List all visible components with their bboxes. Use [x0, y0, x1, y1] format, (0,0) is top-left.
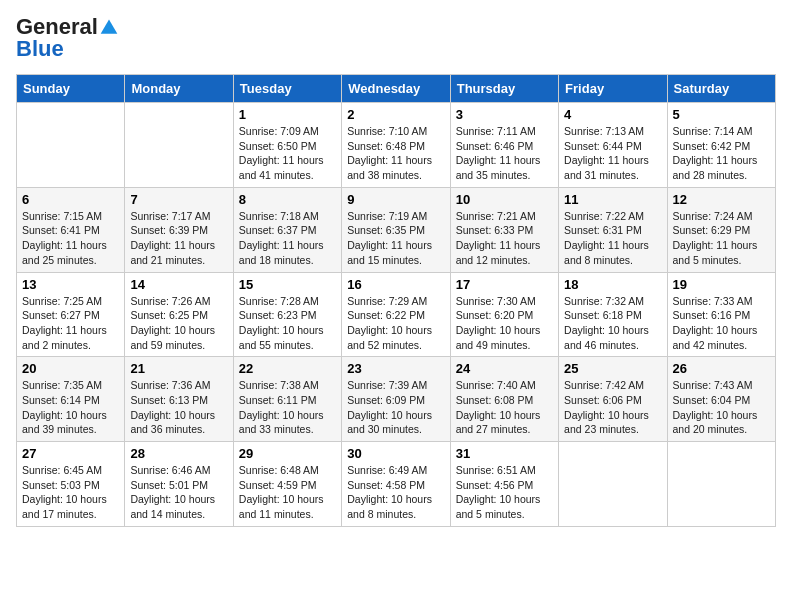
day-number: 9 [347, 192, 444, 207]
day-number: 16 [347, 277, 444, 292]
day-info: Sunrise: 7:24 AM Sunset: 6:29 PM Dayligh… [673, 209, 770, 268]
logo-triangle-icon [99, 17, 119, 37]
day-number: 27 [22, 446, 119, 461]
day-info: Sunrise: 7:33 AM Sunset: 6:16 PM Dayligh… [673, 294, 770, 353]
calendar-cell: 17Sunrise: 7:30 AM Sunset: 6:20 PM Dayli… [450, 272, 558, 357]
day-number: 13 [22, 277, 119, 292]
day-number: 3 [456, 107, 553, 122]
week-row-1: 1Sunrise: 7:09 AM Sunset: 6:50 PM Daylig… [17, 103, 776, 188]
day-number: 24 [456, 361, 553, 376]
page-header: General Blue [16, 16, 776, 62]
day-info: Sunrise: 7:29 AM Sunset: 6:22 PM Dayligh… [347, 294, 444, 353]
calendar-cell: 14Sunrise: 7:26 AM Sunset: 6:25 PM Dayli… [125, 272, 233, 357]
day-info: Sunrise: 7:14 AM Sunset: 6:42 PM Dayligh… [673, 124, 770, 183]
calendar-cell: 28Sunrise: 6:46 AM Sunset: 5:01 PM Dayli… [125, 442, 233, 527]
day-info: Sunrise: 7:40 AM Sunset: 6:08 PM Dayligh… [456, 378, 553, 437]
logo: General Blue [16, 16, 119, 62]
day-header-sunday: Sunday [17, 75, 125, 103]
logo-general-text: General [16, 16, 98, 38]
day-info: Sunrise: 7:42 AM Sunset: 6:06 PM Dayligh… [564, 378, 661, 437]
day-info: Sunrise: 7:15 AM Sunset: 6:41 PM Dayligh… [22, 209, 119, 268]
calendar-cell: 2Sunrise: 7:10 AM Sunset: 6:48 PM Daylig… [342, 103, 450, 188]
day-header-tuesday: Tuesday [233, 75, 341, 103]
day-header-monday: Monday [125, 75, 233, 103]
day-info: Sunrise: 7:38 AM Sunset: 6:11 PM Dayligh… [239, 378, 336, 437]
day-number: 20 [22, 361, 119, 376]
calendar-cell: 10Sunrise: 7:21 AM Sunset: 6:33 PM Dayli… [450, 187, 558, 272]
calendar-cell: 3Sunrise: 7:11 AM Sunset: 6:46 PM Daylig… [450, 103, 558, 188]
calendar-cell: 6Sunrise: 7:15 AM Sunset: 6:41 PM Daylig… [17, 187, 125, 272]
day-info: Sunrise: 7:25 AM Sunset: 6:27 PM Dayligh… [22, 294, 119, 353]
calendar-cell: 12Sunrise: 7:24 AM Sunset: 6:29 PM Dayli… [667, 187, 775, 272]
day-info: Sunrise: 7:11 AM Sunset: 6:46 PM Dayligh… [456, 124, 553, 183]
day-info: Sunrise: 6:48 AM Sunset: 4:59 PM Dayligh… [239, 463, 336, 522]
day-number: 29 [239, 446, 336, 461]
calendar-cell: 1Sunrise: 7:09 AM Sunset: 6:50 PM Daylig… [233, 103, 341, 188]
day-info: Sunrise: 7:39 AM Sunset: 6:09 PM Dayligh… [347, 378, 444, 437]
logo-blue-text: Blue [16, 36, 64, 62]
calendar-cell: 24Sunrise: 7:40 AM Sunset: 6:08 PM Dayli… [450, 357, 558, 442]
day-number: 5 [673, 107, 770, 122]
week-row-3: 13Sunrise: 7:25 AM Sunset: 6:27 PM Dayli… [17, 272, 776, 357]
day-info: Sunrise: 6:46 AM Sunset: 5:01 PM Dayligh… [130, 463, 227, 522]
calendar-table: SundayMondayTuesdayWednesdayThursdayFrid… [16, 74, 776, 527]
calendar-cell: 20Sunrise: 7:35 AM Sunset: 6:14 PM Dayli… [17, 357, 125, 442]
calendar-cell: 18Sunrise: 7:32 AM Sunset: 6:18 PM Dayli… [559, 272, 667, 357]
day-number: 10 [456, 192, 553, 207]
calendar-cell: 19Sunrise: 7:33 AM Sunset: 6:16 PM Dayli… [667, 272, 775, 357]
day-number: 18 [564, 277, 661, 292]
day-number: 31 [456, 446, 553, 461]
calendar-cell: 26Sunrise: 7:43 AM Sunset: 6:04 PM Dayli… [667, 357, 775, 442]
day-number: 17 [456, 277, 553, 292]
day-header-friday: Friday [559, 75, 667, 103]
day-info: Sunrise: 7:43 AM Sunset: 6:04 PM Dayligh… [673, 378, 770, 437]
day-number: 7 [130, 192, 227, 207]
calendar-cell: 15Sunrise: 7:28 AM Sunset: 6:23 PM Dayli… [233, 272, 341, 357]
day-info: Sunrise: 7:35 AM Sunset: 6:14 PM Dayligh… [22, 378, 119, 437]
week-row-4: 20Sunrise: 7:35 AM Sunset: 6:14 PM Dayli… [17, 357, 776, 442]
day-number: 21 [130, 361, 227, 376]
calendar-cell: 9Sunrise: 7:19 AM Sunset: 6:35 PM Daylig… [342, 187, 450, 272]
day-info: Sunrise: 7:26 AM Sunset: 6:25 PM Dayligh… [130, 294, 227, 353]
calendar-cell: 31Sunrise: 6:51 AM Sunset: 4:56 PM Dayli… [450, 442, 558, 527]
day-number: 28 [130, 446, 227, 461]
day-info: Sunrise: 6:49 AM Sunset: 4:58 PM Dayligh… [347, 463, 444, 522]
day-info: Sunrise: 7:13 AM Sunset: 6:44 PM Dayligh… [564, 124, 661, 183]
calendar-cell: 7Sunrise: 7:17 AM Sunset: 6:39 PM Daylig… [125, 187, 233, 272]
calendar-cell: 29Sunrise: 6:48 AM Sunset: 4:59 PM Dayli… [233, 442, 341, 527]
calendar-cell: 8Sunrise: 7:18 AM Sunset: 6:37 PM Daylig… [233, 187, 341, 272]
calendar-cell [559, 442, 667, 527]
day-info: Sunrise: 7:21 AM Sunset: 6:33 PM Dayligh… [456, 209, 553, 268]
calendar-cell [17, 103, 125, 188]
day-number: 23 [347, 361, 444, 376]
day-info: Sunrise: 7:28 AM Sunset: 6:23 PM Dayligh… [239, 294, 336, 353]
calendar-cell: 30Sunrise: 6:49 AM Sunset: 4:58 PM Dayli… [342, 442, 450, 527]
calendar-cell [125, 103, 233, 188]
day-number: 11 [564, 192, 661, 207]
day-info: Sunrise: 7:10 AM Sunset: 6:48 PM Dayligh… [347, 124, 444, 183]
day-info: Sunrise: 7:19 AM Sunset: 6:35 PM Dayligh… [347, 209, 444, 268]
day-number: 14 [130, 277, 227, 292]
day-info: Sunrise: 7:17 AM Sunset: 6:39 PM Dayligh… [130, 209, 227, 268]
day-number: 26 [673, 361, 770, 376]
day-number: 25 [564, 361, 661, 376]
calendar-cell: 25Sunrise: 7:42 AM Sunset: 6:06 PM Dayli… [559, 357, 667, 442]
calendar-cell [667, 442, 775, 527]
day-info: Sunrise: 7:36 AM Sunset: 6:13 PM Dayligh… [130, 378, 227, 437]
calendar-cell: 21Sunrise: 7:36 AM Sunset: 6:13 PM Dayli… [125, 357, 233, 442]
calendar-cell: 4Sunrise: 7:13 AM Sunset: 6:44 PM Daylig… [559, 103, 667, 188]
day-number: 4 [564, 107, 661, 122]
day-info: Sunrise: 6:45 AM Sunset: 5:03 PM Dayligh… [22, 463, 119, 522]
day-info: Sunrise: 7:09 AM Sunset: 6:50 PM Dayligh… [239, 124, 336, 183]
day-number: 6 [22, 192, 119, 207]
calendar-cell: 11Sunrise: 7:22 AM Sunset: 6:31 PM Dayli… [559, 187, 667, 272]
day-number: 15 [239, 277, 336, 292]
calendar-cell: 27Sunrise: 6:45 AM Sunset: 5:03 PM Dayli… [17, 442, 125, 527]
day-number: 19 [673, 277, 770, 292]
calendar-cell: 23Sunrise: 7:39 AM Sunset: 6:09 PM Dayli… [342, 357, 450, 442]
calendar-cell: 13Sunrise: 7:25 AM Sunset: 6:27 PM Dayli… [17, 272, 125, 357]
day-info: Sunrise: 7:32 AM Sunset: 6:18 PM Dayligh… [564, 294, 661, 353]
week-row-2: 6Sunrise: 7:15 AM Sunset: 6:41 PM Daylig… [17, 187, 776, 272]
day-number: 30 [347, 446, 444, 461]
calendar-cell: 16Sunrise: 7:29 AM Sunset: 6:22 PM Dayli… [342, 272, 450, 357]
